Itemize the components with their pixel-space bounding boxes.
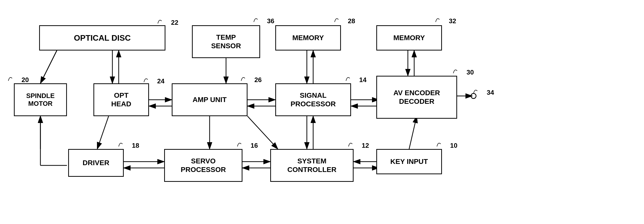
- ref-16: 16: [236, 140, 258, 150]
- signal-processor-block: SIGNALPROCESSOR: [275, 83, 351, 116]
- opt-head-block: OPTHEAD: [93, 83, 149, 116]
- spindle-motor-block: SPINDLEMOTOR: [14, 83, 67, 116]
- diagram: OPTICAL DISC SPINDLEMOTOR OPTHEAD DRIVER…: [0, 0, 644, 224]
- svg-line-3: [40, 51, 57, 83]
- amp-unit-block: AMP UNIT: [172, 83, 247, 116]
- svg-line-30: [409, 116, 417, 149]
- svg-line-31: [97, 116, 109, 149]
- ref-24: 24: [143, 76, 164, 85]
- ref-12: 12: [347, 140, 369, 150]
- memory-28-block: MEMORY: [275, 25, 341, 51]
- ref-22: 22: [157, 17, 178, 27]
- ref-34: 34: [472, 87, 494, 96]
- ref-20: 20: [7, 74, 29, 84]
- memory-32-block: MEMORY: [376, 25, 442, 51]
- temp-sensor-block: TEMPSENSOR: [192, 25, 260, 58]
- ref-36: 36: [253, 16, 274, 25]
- ref-32: 32: [434, 16, 456, 25]
- ref-26: 26: [240, 74, 262, 84]
- av-encoder-decoder-block: AV ENCODERDECODER: [376, 76, 457, 119]
- system-controller-block: SYSTEMCONTROLLER: [270, 149, 354, 182]
- ref-14: 14: [345, 74, 366, 84]
- optical-disc-block: OPTICAL DISC: [39, 25, 165, 51]
- ref-10: 10: [436, 140, 457, 150]
- ref-30: 30: [452, 67, 474, 76]
- ref-28: 28: [333, 16, 355, 25]
- servo-processor-block: SERVOPROCESSOR: [164, 149, 242, 182]
- key-input-block: KEY INPUT: [376, 149, 442, 174]
- driver-block: DRIVER: [68, 149, 124, 177]
- ref-18: 18: [117, 140, 139, 150]
- svg-line-2: [40, 51, 57, 83]
